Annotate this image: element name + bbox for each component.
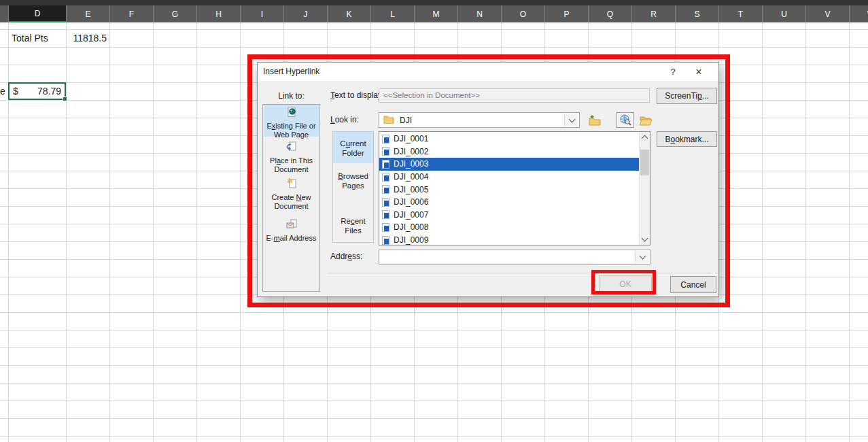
currency-amount: 78.79 [37, 86, 61, 97]
fill-handle[interactable] [63, 97, 67, 101]
annotation-box-dialog [247, 54, 730, 307]
gridline [109, 22, 110, 442]
gridline [196, 22, 197, 442]
column-header-J[interactable]: J [283, 5, 327, 22]
column-header-H[interactable]: H [196, 5, 240, 22]
gridline [0, 418, 868, 419]
cell-total-pts[interactable]: Total Pts [9, 29, 66, 47]
column-header-P[interactable]: P [544, 5, 588, 22]
column-header-T[interactable]: T [718, 5, 762, 22]
column-header-E[interactable]: E [66, 5, 109, 22]
gridline [0, 436, 868, 437]
column-header-L[interactable]: L [370, 5, 414, 22]
gridline [762, 22, 763, 442]
gridline [0, 347, 868, 348]
column-header-M[interactable]: M [414, 5, 457, 22]
gridline [66, 22, 67, 442]
column-header-Q[interactable]: Q [588, 5, 631, 22]
column-header-F[interactable]: F [109, 5, 153, 22]
gridline [240, 22, 241, 442]
cell-partial-text[interactable]: e [0, 82, 5, 100]
header-top-strip [0, 0, 868, 5]
gridline [0, 29, 868, 30]
excel-window: DEFGHIJKLMNOPQRSTUVW Total Pts 11818.5 e… [0, 0, 868, 442]
column-header-partial[interactable] [0, 5, 8, 22]
column-header-N[interactable]: N [457, 5, 501, 22]
gridline [0, 365, 868, 366]
column-header-R[interactable]: R [631, 5, 675, 22]
column-header-U[interactable]: U [762, 5, 805, 22]
column-header-I[interactable]: I [240, 5, 283, 22]
currency-symbol: $ [13, 86, 18, 97]
column-header-V[interactable]: V [805, 5, 849, 22]
column-header-G[interactable]: G [153, 5, 196, 22]
column-header-O[interactable]: O [501, 5, 544, 22]
column-header-S[interactable]: S [675, 5, 718, 22]
gridline [805, 22, 806, 442]
column-header-D[interactable]: D [8, 5, 66, 22]
annotation-box-ok [591, 270, 656, 294]
column-header-row: DEFGHIJKLMNOPQRSTUVW [0, 5, 868, 22]
gridline [0, 312, 868, 313]
gridline [0, 383, 868, 384]
column-header-K[interactable]: K [327, 5, 370, 22]
gridline [849, 22, 850, 442]
cell-total-pts-value[interactable]: 11818.5 [66, 29, 109, 47]
gridline [0, 330, 868, 330]
selected-cell[interactable]: $ 78.79 [8, 82, 66, 100]
column-header-W[interactable]: W [849, 5, 868, 22]
gridline [0, 47, 868, 48]
gridline [153, 22, 154, 442]
gridline [0, 401, 868, 401]
